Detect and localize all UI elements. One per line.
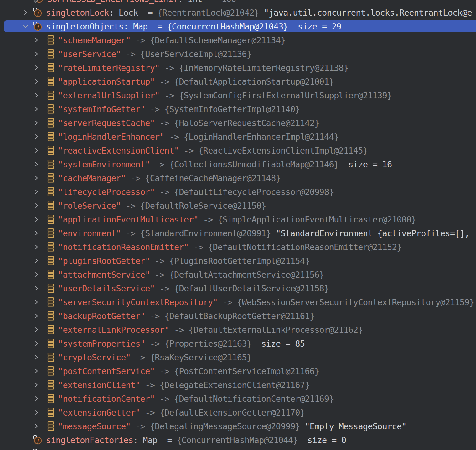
chevron-right-icon[interactable] xyxy=(33,395,40,402)
chevron-right-icon[interactable] xyxy=(33,105,40,113)
field-type: : Lock xyxy=(109,8,138,18)
map-entry-row[interactable]: "applicationEventMulticaster" -> {Simple… xyxy=(0,212,476,226)
tree-indent xyxy=(0,275,33,275)
map-entry-row[interactable]: "notificationCenter" -> {DefaultNotifica… xyxy=(0,392,476,406)
entry-value-reference: {DefaultExternalLinkProcessor@21162} xyxy=(189,325,363,335)
chevron-right-icon[interactable] xyxy=(33,202,40,209)
field-name: singletonObjects xyxy=(46,22,123,31)
value-reference: {ConcurrentHashMap@21043} xyxy=(167,22,288,31)
value-string-preview: "java.util.concurrent.locks.ReentrantLoc… xyxy=(259,8,472,18)
map-entry-row[interactable]: "systemEnvironment" -> {Collections$Unmo… xyxy=(0,157,476,171)
map-entry-row[interactable]: "extensionClient" -> {DelegateExtensionC… xyxy=(0,378,476,392)
map-entry-icon xyxy=(47,394,54,404)
chevron-down-icon[interactable] xyxy=(22,23,29,30)
map-entry-row[interactable]: "reactiveExtensionClient" -> {ReactiveEx… xyxy=(0,144,476,157)
map-entry-row[interactable]: "systemInfoGetter" -> {SystemInfoGetterI… xyxy=(0,102,476,116)
chevron-right-icon[interactable] xyxy=(33,312,40,320)
chevron-right-icon[interactable] xyxy=(33,422,40,430)
map-entry-row[interactable]: "externalLinkProcessor" -> {DefaultExter… xyxy=(0,323,476,337)
variable-row-singletonObjects[interactable]: fsingletonObjects: Map = {ConcurrentHash… xyxy=(0,19,476,33)
map-entry-row[interactable]: "lifecycleProcessor" -> {DefaultLifecycl… xyxy=(0,185,476,199)
entry-arrow: -> xyxy=(140,408,160,417)
tree-indent xyxy=(0,399,33,399)
chevron-right-icon[interactable] xyxy=(33,243,40,251)
map-entry-row[interactable]: "serverRequestCache" -> {HaloServerReque… xyxy=(0,116,476,130)
map-entry-row[interactable]: "backupRootGetter" -> {DefaultBackupRoot… xyxy=(0,309,476,323)
entry-arrow: -> xyxy=(145,104,164,114)
map-entry-row[interactable]: "schemeManager" -> {DefaultSchemeManager… xyxy=(0,33,476,47)
entry-key: "systemInfoGetter" xyxy=(58,104,145,114)
tree-indent xyxy=(0,343,33,344)
chevron-right-icon[interactable] xyxy=(33,229,40,237)
map-entry-row[interactable]: "loginHandlerEnhancer" -> {LoginHandlerE… xyxy=(0,130,476,144)
chevron-right-icon[interactable] xyxy=(33,257,40,264)
entry-arrow: -> xyxy=(155,187,174,197)
value-string-preview: "StandardEnvironment {activeProfiles=[], xyxy=(271,228,469,238)
tree-indent xyxy=(0,412,33,413)
chevron-right-icon[interactable] xyxy=(33,340,40,347)
map-entry-row[interactable]: "cacheManager" -> {CaffeineCacheManager@… xyxy=(0,171,476,185)
chevron-right-icon[interactable] xyxy=(33,188,40,196)
chevron-right-icon[interactable] xyxy=(33,174,40,182)
map-entry-row[interactable]: "userService" -> {UserServiceImpl@21136} xyxy=(0,47,476,61)
map-entry-row[interactable]: "environment" -> {StandardEnvironment@20… xyxy=(0,226,476,240)
chevron-right-icon[interactable] xyxy=(33,92,40,99)
chevron-right-icon[interactable] xyxy=(33,50,40,58)
entry-arrow: -> xyxy=(150,256,169,266)
chevron-right-icon[interactable] xyxy=(33,78,40,85)
field-icon: f xyxy=(33,8,42,17)
entry-key: "userDetailsService" xyxy=(58,284,155,293)
map-entry-row[interactable]: "pluginsRootGetter" -> {PluginsRootGette… xyxy=(0,254,476,268)
chevron-right-icon[interactable] xyxy=(33,119,40,127)
map-entry-icon xyxy=(47,145,54,155)
map-entry-icon xyxy=(47,49,54,59)
variable-row-SUPPRESSED_EXCEPTIONS_LIMIT[interactable]: SUPPRESSED_EXCEPTIONS_LIMIT: int = 100 xyxy=(0,0,476,6)
chevron-right-icon[interactable] xyxy=(33,353,40,361)
map-entry-row[interactable]: "notificationReasonEmitter" -> {DefaultN… xyxy=(0,240,476,254)
chevron-right-icon[interactable] xyxy=(33,147,40,154)
chevron-right-icon[interactable] xyxy=(33,271,40,278)
entry-key: "cryptoService" xyxy=(58,353,131,362)
map-entry-row[interactable]: "messageSource" -> {DelegatingMessageSou… xyxy=(0,419,476,433)
chevron-right-icon[interactable] xyxy=(33,367,40,375)
entry-value-reference: {WebSessionServerSecurityContextReposito… xyxy=(237,297,474,307)
chevron-right-icon[interactable] xyxy=(33,381,40,389)
entry-value-reference: {DefaultNotificationReasonEmitter@21152} xyxy=(208,242,401,252)
variable-row-singletonLock[interactable]: fsingletonLock: Lock = {ReentrantLock@21… xyxy=(0,6,476,19)
map-entry-row[interactable]: "systemProperties" -> {Properties@21163}… xyxy=(0,337,476,350)
entry-arrow: -> xyxy=(169,325,189,335)
variable-row-singletonFactories[interactable]: fsingletonFactories: Map = {ConcurrentHa… xyxy=(0,433,476,447)
chevron-right-icon[interactable] xyxy=(33,133,40,140)
chevron-right-icon[interactable] xyxy=(33,285,40,292)
map-entry-row[interactable]: "extensionGetter" -> {DefaultExtensionGe… xyxy=(0,406,476,419)
map-entry-row[interactable]: "externalUrlSupplier" -> {SystemConfigFi… xyxy=(0,88,476,102)
map-entry-row[interactable]: "postContentService" -> {PostContentServ… xyxy=(0,364,476,378)
chevron-right-icon[interactable] xyxy=(33,409,40,416)
map-entry-row[interactable]: "applicationStartup" -> {DefaultApplicat… xyxy=(0,75,476,88)
chevron-right-icon[interactable] xyxy=(33,298,40,306)
entry-value-reference: {DefaultRoleService@21150} xyxy=(140,201,266,211)
entry-arrow: -> xyxy=(218,297,237,307)
variable-row[interactable]: f xyxy=(0,447,476,450)
entry-arrow: -> xyxy=(164,132,184,142)
map-entry-row[interactable]: "cryptoService" -> {RsaKeyService@21165} xyxy=(0,350,476,364)
chevron-right-icon[interactable] xyxy=(22,9,29,16)
chevron-right-icon[interactable] xyxy=(33,64,40,71)
entry-key: "postContentService" xyxy=(58,366,155,376)
map-entry-row[interactable]: "rateLimiterRegistry" -> {InMemoryRateLi… xyxy=(0,61,476,75)
map-entry-row[interactable]: "attachmentService" -> {DefaultAttachmen… xyxy=(0,268,476,281)
map-entry-row[interactable]: "serverSecurityContextRepository" -> {We… xyxy=(0,295,476,309)
chevron-right-icon[interactable] xyxy=(33,326,40,333)
map-entry-row[interactable]: "roleService" -> {DefaultRoleService@211… xyxy=(0,199,476,212)
chevron-right-icon[interactable] xyxy=(33,160,40,168)
tree-indent xyxy=(0,123,33,123)
entry-arrow: -> xyxy=(126,173,145,183)
chevron-right-icon[interactable] xyxy=(33,216,40,223)
entry-key: "attachmentService" xyxy=(58,270,150,280)
entry-value-reference: {PostContentServiceImpl@21166} xyxy=(174,366,319,376)
chevron-right-icon[interactable] xyxy=(33,36,40,44)
entry-key: "rateLimiterRegistry" xyxy=(58,63,160,73)
tree-indent xyxy=(0,330,33,330)
map-entry-row[interactable]: "userDetailsService" -> {DefaultUserDeta… xyxy=(0,281,476,295)
map-entry-icon xyxy=(47,118,54,128)
